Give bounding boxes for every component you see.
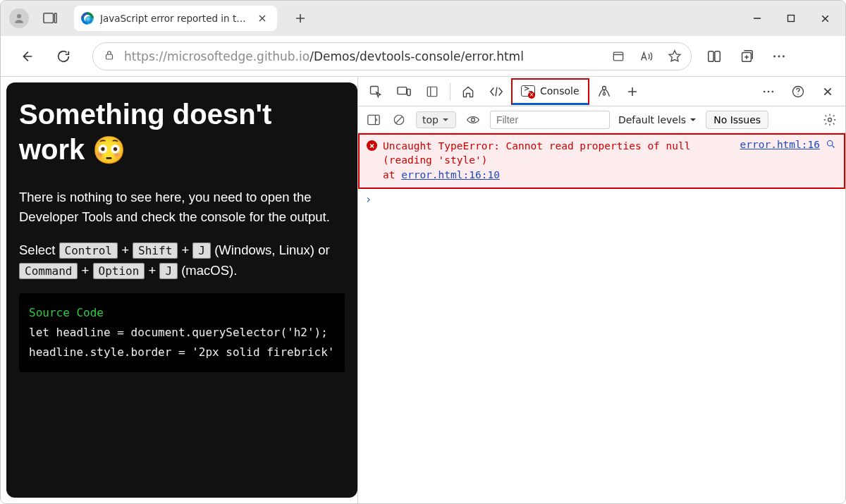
page-heading: Something doesn't work 😳 [19,97,345,168]
console-prompt[interactable]: › [358,189,845,210]
console-toolbar: top Default levels No Issues [358,106,845,133]
tab-console[interactable]: Console [511,78,589,105]
tab-sources-icon[interactable] [591,78,618,105]
svg-point-18 [764,90,766,92]
window-maximize-button[interactable] [775,4,807,32]
svg-point-0 [17,14,21,18]
svg-rect-23 [368,115,379,124]
error-stack-link[interactable]: error.html:16:10 [401,169,500,180]
issues-button[interactable]: No Issues [706,111,768,129]
svg-point-27 [828,141,833,147]
svg-rect-1 [44,13,54,23]
settings-menu-icon[interactable] [768,45,790,68]
tab-elements-icon[interactable] [483,78,510,105]
console-sidebar-toggle-icon[interactable] [365,111,382,128]
devtools-more-icon[interactable] [755,78,782,105]
execution-context-select[interactable]: top [416,111,456,128]
device-toolbar-icon[interactable] [391,78,417,105]
tab-title: JavaScript error reported in the C [100,13,248,24]
new-tab-button[interactable] [288,6,312,30]
error-bullet-icon [367,140,377,151]
svg-rect-13 [398,87,407,94]
svg-point-25 [471,118,474,121]
browser-toolbar: https://microsoftedge.github.io/Demos/de… [1,36,845,77]
page-paragraph-1: There is nothing to see here, you need t… [19,188,345,228]
svg-point-9 [773,55,776,57]
edge-favicon-icon [81,12,94,25]
activity-bar-icon[interactable] [419,78,446,105]
svg-point-10 [778,55,780,57]
svg-point-22 [797,94,798,94]
svg-point-20 [772,90,774,92]
svg-rect-15 [427,87,437,97]
kbd-j: J [192,242,211,259]
code-sample: Source Code let headline = document.quer… [19,293,345,372]
site-info-lock-icon[interactable] [103,49,116,64]
error-message: Uncaught TypeError: Cannot read properti… [383,139,735,182]
title-bar: JavaScript error reported in the C [1,1,845,36]
error-source-link[interactable]: error.html:16 [740,139,821,182]
svg-rect-3 [788,16,795,22]
kbd-shift: Shift [133,242,178,259]
tab-welcome-icon[interactable] [455,78,482,105]
kbd-j-2: J [159,263,178,279]
svg-point-11 [783,55,785,57]
svg-rect-6 [709,51,713,61]
clear-console-icon[interactable] [391,111,407,128]
devtools-tabstrip: Console [358,77,845,106]
address-bar[interactable]: https://microsoftedge.github.io/Demos/de… [92,42,692,70]
devtools-panel: Console [357,77,845,503]
profile-avatar[interactable] [9,8,29,28]
kbd-option: Option [93,263,145,279]
flushed-emoji-icon: 😳 [92,135,125,165]
svg-point-16 [602,86,606,90]
kbd-control: Control [59,242,118,259]
console-error-badge-icon [528,92,535,99]
url-text: https://microsoftedge.github.io/Demos/de… [124,49,601,63]
svg-point-17 [603,92,605,94]
app-available-icon[interactable] [609,47,627,66]
devtools-help-icon[interactable] [785,78,811,105]
window-minimize-button[interactable] [741,4,773,32]
page-paragraph-2: Select Control + Shift + J (Windows, Lin… [19,240,345,281]
window-close-button[interactable] [809,4,841,32]
nav-refresh-button[interactable] [49,42,78,71]
console-error-row[interactable]: Uncaught TypeError: Cannot read properti… [358,133,845,189]
read-aloud-icon[interactable] [637,47,656,66]
console-settings-icon[interactable] [821,111,838,128]
nav-back-button[interactable] [12,42,42,71]
tab-close-button[interactable] [255,11,270,26]
svg-rect-2 [54,13,56,23]
favorite-star-icon[interactable] [666,47,684,66]
collections-icon[interactable] [735,45,758,68]
live-expression-icon[interactable] [465,111,482,128]
log-levels-select[interactable]: Default levels [618,114,697,125]
devtools-close-icon[interactable] [814,78,841,105]
svg-point-26 [828,118,832,121]
error-search-icon[interactable] [826,139,837,182]
page-viewport: Something doesn't work 😳 There is nothin… [1,77,357,503]
split-screen-icon[interactable] [703,45,725,68]
svg-point-19 [768,90,770,92]
tab-actions-icon[interactable] [40,9,60,27]
svg-rect-7 [715,51,720,61]
browser-tab[interactable]: JavaScript error reported in the C [74,6,277,31]
kbd-command: Command [19,263,78,279]
inspect-element-icon[interactable] [362,78,389,105]
svg-rect-5 [613,52,623,61]
tab-add-icon[interactable] [619,78,646,105]
console-filter-input[interactable] [490,111,610,129]
svg-rect-14 [407,89,411,95]
svg-rect-4 [106,54,113,59]
